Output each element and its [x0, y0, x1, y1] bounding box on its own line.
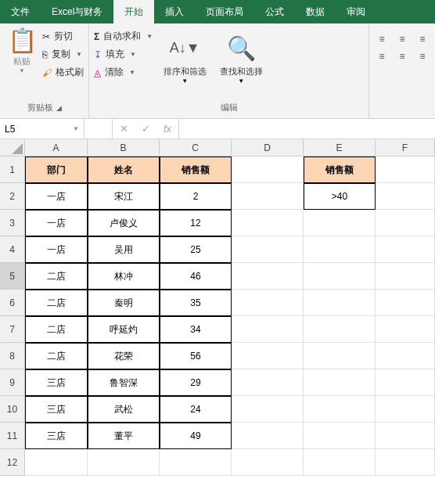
cell-F2[interactable] [376, 183, 435, 210]
cell-A1[interactable]: 部门 [25, 157, 88, 183]
column-header-A[interactable]: A [25, 139, 88, 157]
cell-B6[interactable]: 秦明 [88, 290, 160, 316]
cell-F8[interactable] [376, 343, 435, 369]
cell-E9[interactable] [304, 369, 376, 396]
cell-D2[interactable] [232, 183, 304, 210]
column-header-E[interactable]: E [304, 139, 376, 157]
cell-F7[interactable] [376, 316, 435, 343]
cell-A3[interactable]: 一店 [25, 210, 88, 236]
cell-E4[interactable] [304, 236, 376, 263]
tab-6[interactable]: 数据 [295, 0, 336, 23]
name-box-input[interactable] [5, 124, 59, 135]
row-header-5[interactable]: 5 [0, 263, 25, 290]
cell-A7[interactable]: 二店 [25, 316, 88, 343]
cell-C4[interactable]: 25 [160, 236, 232, 263]
cell-D3[interactable] [232, 210, 304, 236]
cell-C12[interactable] [160, 449, 232, 476]
cell-D7[interactable] [232, 316, 304, 343]
row-header-4[interactable]: 4 [0, 236, 25, 263]
copy-button[interactable]: ⎘ 复制 ▼ [42, 48, 84, 61]
dialog-launcher-icon[interactable]: ◢ [56, 104, 62, 112]
tab-0[interactable]: 文件 [0, 0, 41, 23]
cell-A12[interactable] [25, 449, 88, 476]
cell-F10[interactable] [376, 396, 435, 423]
cell-B8[interactable]: 花荣 [88, 343, 160, 369]
cell-C8[interactable]: 56 [160, 343, 232, 369]
cell-F3[interactable] [376, 210, 435, 236]
fx-icon[interactable]: fx [156, 123, 178, 135]
row-header-8[interactable]: 8 [0, 343, 25, 369]
row-header-11[interactable]: 11 [0, 423, 25, 449]
cell-F4[interactable] [376, 236, 435, 263]
cell-D9[interactable] [232, 369, 304, 396]
cell-E10[interactable] [304, 396, 376, 423]
row-header-9[interactable]: 9 [0, 369, 25, 396]
cell-C9[interactable]: 29 [160, 369, 232, 396]
cell-E7[interactable] [304, 316, 376, 343]
cell-F5[interactable] [376, 263, 435, 290]
cell-B11[interactable]: 董平 [88, 423, 160, 449]
paste-button[interactable]: 📋 粘贴 ▼ [5, 27, 39, 100]
cancel-icon[interactable]: ✕ [113, 123, 135, 135]
format-painter-button[interactable]: 🖌 格式刷 [42, 66, 84, 79]
cell-D10[interactable] [232, 396, 304, 423]
cell-F9[interactable] [376, 369, 435, 396]
align-top-button[interactable]: ≡ [374, 33, 390, 45]
cell-D12[interactable] [232, 449, 304, 476]
cell-A11[interactable]: 三店 [25, 423, 88, 449]
cell-E2[interactable]: >40 [304, 183, 376, 210]
column-header-B[interactable]: B [88, 139, 160, 157]
sort-filter-button[interactable]: A↓▼ 排序和筛选 ▼ [160, 30, 209, 100]
cell-D6[interactable] [232, 290, 304, 316]
name-box[interactable]: ▼ [0, 119, 84, 139]
align-center-button[interactable]: ≡ [394, 50, 410, 63]
cell-A6[interactable]: 二店 [25, 290, 88, 316]
cell-B4[interactable]: 吴用 [88, 236, 160, 263]
align-left-button[interactable]: ≡ [374, 50, 390, 63]
cell-D5[interactable] [232, 263, 304, 290]
cell-C6[interactable]: 35 [160, 290, 232, 316]
row-header-3[interactable]: 3 [0, 210, 25, 236]
cut-button[interactable]: ✂ 剪切 [42, 30, 84, 43]
cell-E8[interactable] [304, 343, 376, 369]
cell-D8[interactable] [232, 343, 304, 369]
cell-D11[interactable] [232, 423, 304, 449]
cell-F11[interactable] [376, 423, 435, 449]
tab-5[interactable]: 公式 [254, 0, 295, 23]
cell-A10[interactable]: 三店 [25, 396, 88, 423]
cell-B9[interactable]: 鲁智深 [88, 369, 160, 396]
autosum-button[interactable]: Σ 自动求和 ▼ [94, 30, 153, 43]
tab-4[interactable]: 页面布局 [195, 0, 254, 23]
cell-A9[interactable]: 三店 [25, 369, 88, 396]
cell-E12[interactable] [304, 449, 376, 476]
cell-C3[interactable]: 12 [160, 210, 232, 236]
align-middle-button[interactable]: ≡ [394, 33, 410, 45]
tab-1[interactable]: Excel与财务 [41, 0, 113, 23]
tab-7[interactable]: 审阅 [336, 0, 376, 23]
cell-C5[interactable]: 46 [160, 263, 232, 290]
cell-A2[interactable]: 一店 [25, 183, 88, 210]
align-bottom-button[interactable]: ≡ [415, 33, 430, 45]
cell-E6[interactable] [304, 290, 376, 316]
cell-A8[interactable]: 二店 [25, 343, 88, 369]
row-header-7[interactable]: 7 [0, 316, 25, 343]
cell-A4[interactable]: 一店 [25, 236, 88, 263]
row-header-1[interactable]: 1 [0, 157, 25, 183]
chevron-down-icon[interactable]: ▼ [73, 125, 79, 132]
column-header-F[interactable]: F [376, 139, 435, 157]
cell-E1[interactable]: 销售额 [304, 157, 376, 183]
cell-B3[interactable]: 卢俊义 [88, 210, 160, 236]
row-header-6[interactable]: 6 [0, 290, 25, 316]
cell-F6[interactable] [376, 290, 435, 316]
row-header-2[interactable]: 2 [0, 183, 25, 210]
formula-input[interactable] [179, 119, 435, 139]
cell-C11[interactable]: 49 [160, 423, 232, 449]
cell-B7[interactable]: 呼延灼 [88, 316, 160, 343]
fill-button[interactable]: ↧ 填充 ▼ [94, 48, 153, 61]
cell-A5[interactable]: 二店 [25, 263, 88, 290]
column-header-D[interactable]: D [232, 139, 304, 157]
enter-icon[interactable]: ✓ [135, 123, 156, 135]
tab-3[interactable]: 插入 [154, 0, 195, 23]
align-right-button[interactable]: ≡ [415, 50, 430, 63]
cell-C1[interactable]: 销售额 [160, 157, 232, 183]
